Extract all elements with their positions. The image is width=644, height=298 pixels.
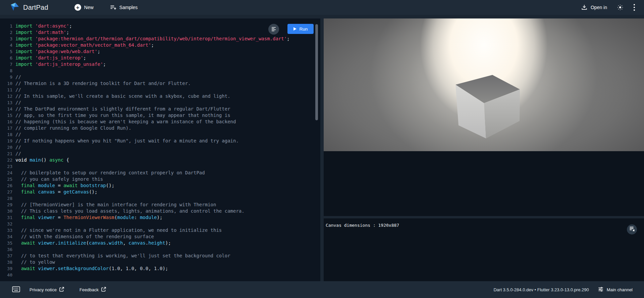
code-line: 10// Thermion is a 3D rendering toolkit … (0, 80, 320, 87)
clear-console-button[interactable] (627, 224, 637, 235)
code-line: 28 (0, 195, 320, 202)
code-line: 20// (0, 144, 320, 151)
code-line: 23 (0, 163, 320, 170)
line-number: 5 (0, 48, 12, 55)
line-number: 4 (0, 42, 12, 48)
open-in-button[interactable]: Open in (581, 0, 607, 15)
line-number: 24 (0, 170, 12, 176)
code-editor[interactable]: 1import 'dart:async';2import 'dart:math'… (0, 18, 320, 278)
code-line-text: import 'package:web/web.dart'; (12, 48, 100, 55)
samples-button[interactable]: Samples (110, 0, 138, 15)
panel-splitter[interactable] (320, 18, 324, 281)
code-line-text: // (12, 144, 21, 151)
top-nav: DartPad + New Samples Open in (0, 0, 644, 15)
line-number: 29 (0, 202, 12, 208)
code-line: 34 // with the dimensions of the renderi… (0, 233, 320, 240)
code-line-text: // [ThermionViewer] is the main interfac… (12, 202, 216, 208)
code-line: 7import 'dart:js_interop_unsafe'; (0, 61, 320, 68)
samples-button-label: Samples (119, 5, 138, 10)
line-number: 36 (0, 246, 12, 253)
line-number: 16 (0, 119, 12, 125)
code-line-text: // (12, 99, 21, 106)
line-number: 22 (0, 157, 12, 163)
line-number: 17 (0, 125, 12, 131)
line-number: 40 (0, 272, 12, 278)
code-line-text: // with the dimensions of the rendering … (12, 233, 154, 240)
keyboard-icon (12, 286, 20, 293)
code-line: 27 final canvas = getCanvas(); (0, 189, 320, 195)
code-line: 17// compiler running on Google Cloud Ru… (0, 125, 320, 131)
code-line: 37 // to test that everything is working… (0, 253, 320, 259)
line-number: 35 (0, 240, 12, 246)
vertical-dots-icon (633, 4, 635, 11)
code-line: 22void main() async { (0, 157, 320, 163)
line-number: 28 (0, 195, 12, 202)
keyboard-shortcuts-button[interactable] (12, 286, 20, 293)
code-line: 6import 'dart:js_interop'; (0, 55, 320, 61)
code-line-text: final module = await bootstrap(); (12, 182, 114, 189)
download-icon (581, 4, 588, 11)
code-line-text: // boilerplate to setup our rendering co… (12, 170, 205, 176)
code-line: 31 final viewer = ThermionViewerWasm(mod… (0, 214, 320, 221)
code-line-text: final viewer = ThermionViewerWasm(module… (12, 214, 162, 221)
line-number: 30 (0, 208, 12, 214)
code-line: 38 // to yellow (0, 259, 320, 265)
code-editor-panel[interactable]: 1import 'dart:async';2import 'dart:math'… (0, 18, 320, 281)
app-title: DartPad (23, 4, 48, 11)
brand: DartPad (10, 2, 48, 13)
line-number: 33 (0, 227, 12, 233)
line-number: 13 (0, 99, 12, 106)
line-number: 11 (0, 87, 12, 93)
code-line: 25 // you can safely ignore this (0, 176, 320, 182)
code-line-text (12, 195, 15, 202)
line-number: 32 (0, 221, 12, 227)
new-button[interactable]: + New (74, 0, 94, 15)
code-line-text: await viewer.initialize(canvas.width, ca… (12, 240, 171, 246)
line-number: 10 (0, 80, 12, 87)
privacy-notice-link[interactable]: Privacy notice (30, 287, 64, 293)
tune-icon (598, 286, 604, 293)
code-line-text: import 'package:vector_math/vector_math_… (12, 42, 154, 48)
feedback-link[interactable]: Feedback (79, 287, 106, 293)
code-line: 32 (0, 221, 320, 227)
code-line-text: // since we're not in a Flutter applicat… (12, 227, 222, 233)
code-line-text: // happening (this is because we aren't … (12, 119, 236, 125)
code-line: 12// In this sample, we'll create a basi… (0, 93, 320, 99)
line-number: 2 (0, 29, 12, 36)
channel-selector[interactable]: Main channel (598, 286, 633, 293)
code-line: 16// happening (this is because we aren'… (0, 119, 320, 125)
render-canvas-3d[interactable] (324, 18, 644, 151)
code-line: 15// app, so the first time you run this… (0, 112, 320, 119)
line-number: 8 (0, 68, 12, 74)
code-line-text: await viewer.setBackgroundColor(1.0, 1.0… (12, 265, 168, 272)
line-number: 18 (0, 131, 12, 138)
code-line-text: // to test that everything is working, w… (12, 253, 230, 259)
footer-bar: Privacy notice Feedback Dart 3.5.0-284.0… (0, 281, 644, 298)
line-number: 19 (0, 138, 12, 144)
code-line: 26 final module = await bootstrap(); (0, 182, 320, 189)
code-line: 40 (0, 272, 320, 278)
line-number: 1 (0, 23, 12, 29)
overflow-menu-button[interactable] (633, 0, 635, 15)
code-line: 5import 'package:web/web.dart'; (0, 48, 320, 55)
code-line-text (12, 246, 15, 253)
format-code-button[interactable] (268, 24, 279, 35)
code-line: 4import 'package:vector_math/vector_math… (0, 42, 320, 48)
code-line-text: // (12, 131, 21, 138)
editor-scrollbar[interactable] (315, 24, 318, 120)
console-output: Canvas dimensions : 644x298 (324, 218, 644, 228)
console-splitter[interactable] (324, 216, 644, 218)
run-button[interactable]: Run (287, 24, 314, 34)
code-line-text: // Thermion is a 3D rendering toolkit fo… (12, 80, 191, 87)
playlist-add-icon (110, 4, 116, 11)
theme-toggle-button[interactable] (616, 0, 624, 15)
code-line-text: void main() async { (12, 157, 69, 163)
code-line-text: // If nothing happens when you hit "Run"… (12, 138, 239, 144)
code-line-text (12, 163, 15, 170)
code-line-text: final canvas = getCanvas(); (12, 189, 97, 195)
external-link-icon (59, 287, 64, 293)
console-panel: Canvas dimensions : 644x298 (324, 218, 644, 281)
line-number: 20 (0, 144, 12, 151)
code-line-text: import 'dart:js_interop'; (12, 55, 86, 61)
code-line: 21// (0, 151, 320, 157)
